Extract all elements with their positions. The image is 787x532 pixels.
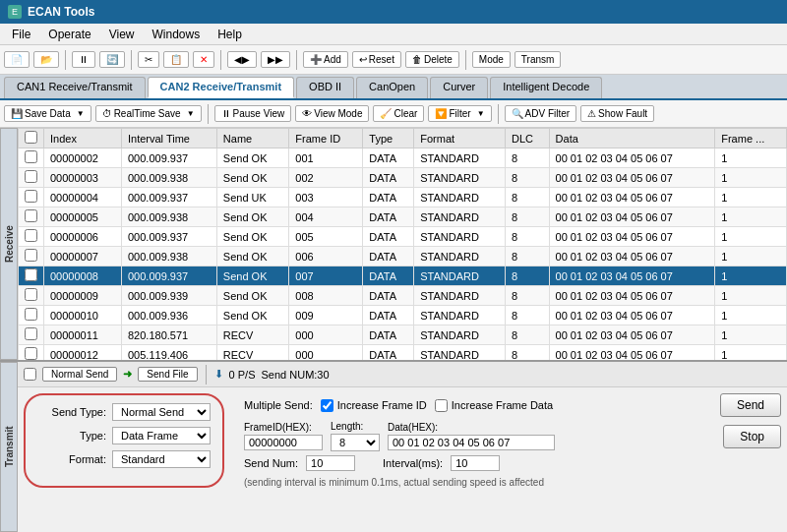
pause-btn[interactable]: ⏸ bbox=[72, 51, 95, 68]
row-format: STANDARD bbox=[414, 168, 506, 188]
mode-btn[interactable]: Mode bbox=[472, 51, 511, 68]
row-format: STANDARD bbox=[414, 345, 506, 361]
row-name: Send OK bbox=[216, 207, 288, 227]
transmit-toolbar: Normal Send ➜ Send File ⬇ 0 P/S Send NUM… bbox=[18, 362, 787, 387]
row-name: Send OK bbox=[216, 148, 288, 168]
increase-frame-id-checkbox[interactable] bbox=[321, 399, 333, 412]
format-label: Format: bbox=[37, 453, 106, 465]
row-check-cell bbox=[19, 247, 44, 266]
menu-windows[interactable]: Windows bbox=[145, 26, 209, 43]
table-row[interactable]: 00000007 000.009.938 Send OK 006 DATA ST… bbox=[19, 247, 787, 266]
table-row[interactable]: 00000006 000.009.937 Send OK 005 DATA ST… bbox=[19, 227, 787, 247]
send-file-btn[interactable]: Send File bbox=[138, 367, 197, 382]
realtime-save-btn[interactable]: ⏱ RealTime Save ▼ bbox=[95, 105, 202, 122]
format-select[interactable]: Standard bbox=[112, 450, 211, 468]
row-checkbox[interactable] bbox=[25, 288, 37, 301]
tab-can2[interactable]: CAN2 Receive/Transmit bbox=[148, 77, 295, 98]
row-checkbox[interactable] bbox=[25, 347, 37, 360]
row-interval: 000.009.937 bbox=[121, 227, 216, 247]
row-format: STANDARD bbox=[414, 266, 506, 286]
view-mode-btn[interactable]: 👁 View Mode bbox=[295, 105, 369, 122]
row-frame-id: 009 bbox=[289, 306, 363, 325]
app-title: ECAN Tools bbox=[28, 5, 94, 19]
adv-filter-btn[interactable]: 🔍 ADV Filter bbox=[505, 105, 577, 122]
tab-can1[interactable]: CAN1 Receive/Transmit bbox=[4, 77, 146, 98]
normal-send-checkbox[interactable] bbox=[24, 368, 36, 381]
move-btn[interactable]: ◀▶ bbox=[227, 51, 257, 68]
normal-send-btn[interactable]: Normal Send bbox=[42, 367, 117, 382]
increase-frame-id-label: Increase Frame ID bbox=[337, 399, 427, 411]
row-index: 00000008 bbox=[44, 266, 122, 286]
length-select[interactable]: 8 bbox=[331, 434, 380, 451]
table-row[interactable]: 00000009 000.009.939 Send OK 008 DATA ST… bbox=[19, 286, 787, 306]
tab-obd2[interactable]: OBD II bbox=[296, 77, 354, 98]
tab-curver[interactable]: Curver bbox=[430, 77, 488, 98]
row-dlc: 8 bbox=[505, 325, 549, 345]
open-btn[interactable]: 📂 bbox=[33, 51, 59, 68]
table-row[interactable]: 00000002 000.009.937 Send OK 001 DATA ST… bbox=[19, 148, 787, 168]
select-all-checkbox[interactable] bbox=[25, 131, 37, 144]
type-select[interactable]: Data Frame bbox=[112, 427, 211, 444]
send-button[interactable]: Send bbox=[720, 393, 781, 417]
row-index: 00000006 bbox=[44, 227, 122, 247]
interval-input[interactable]: 10 bbox=[451, 455, 500, 471]
stop-button[interactable]: Stop bbox=[723, 425, 781, 448]
row-checkbox[interactable] bbox=[25, 308, 37, 321]
note-text: (sending interval is minimum 0.1ms, actu… bbox=[244, 477, 781, 488]
tab-intelligent[interactable]: Intelligent Decode bbox=[490, 77, 602, 98]
reset-btn[interactable]: ↩ Reset bbox=[352, 51, 401, 68]
increase-frame-data-checkbox[interactable] bbox=[435, 399, 448, 412]
row-check-cell bbox=[19, 227, 44, 247]
row-check-cell bbox=[19, 148, 44, 168]
add-btn[interactable]: ➕ Add bbox=[303, 51, 348, 68]
new-btn[interactable]: 📄 bbox=[4, 51, 30, 68]
menu-view[interactable]: View bbox=[101, 26, 143, 43]
data-hex-input[interactable]: 00 01 02 03 04 05 06 07 bbox=[388, 435, 555, 450]
export-btn[interactable]: ▶▶ bbox=[261, 51, 290, 68]
transmit-area: Transmit Normal Send ➜ Send File ⬇ 0 P/S… bbox=[0, 360, 787, 532]
send-type-select[interactable]: Normal Send bbox=[112, 403, 211, 421]
table-row[interactable]: 00000008 000.009.937 Send OK 007 DATA ST… bbox=[19, 266, 787, 286]
table-row[interactable]: 00000011 820.180.571 RECV 000 DATA STAND… bbox=[19, 325, 787, 345]
row-data: 00 01 02 03 04 05 06 07 bbox=[549, 227, 715, 247]
cut-btn[interactable]: ✂ bbox=[138, 51, 159, 68]
clear-btn[interactable]: 🧹 Clear bbox=[373, 105, 424, 122]
row-checkbox[interactable] bbox=[25, 170, 37, 183]
row-frame: 1 bbox=[715, 345, 787, 361]
filter-btn[interactable]: 🔽 Filter ▼ bbox=[428, 105, 491, 122]
tab-canopen[interactable]: CanOpen bbox=[356, 77, 428, 98]
pause-view-btn[interactable]: ⏸ Pause View bbox=[214, 105, 292, 122]
data-table-container[interactable]: Index Interval Time Name Frame ID Type F… bbox=[18, 128, 787, 360]
row-checkbox[interactable] bbox=[25, 268, 37, 281]
row-checkbox[interactable] bbox=[25, 229, 37, 242]
row-checkbox[interactable] bbox=[25, 209, 37, 222]
transmit-content: Normal Send ➜ Send File ⬇ 0 P/S Send NUM… bbox=[18, 362, 787, 532]
delete-btn[interactable]: 🗑 Delete bbox=[405, 51, 459, 68]
menu-help[interactable]: Help bbox=[210, 26, 250, 43]
table-row[interactable]: 00000005 000.009.938 Send OK 004 DATA ST… bbox=[19, 207, 787, 227]
frame-id-input[interactable]: 00000000 bbox=[244, 435, 323, 450]
row-checkbox[interactable] bbox=[25, 249, 37, 262]
transm-btn[interactable]: Transm bbox=[515, 51, 562, 68]
row-checkbox[interactable] bbox=[25, 150, 37, 163]
send-num-input[interactable]: 10 bbox=[306, 455, 355, 471]
row-data: 00 01 02 03 04 05 06 07 bbox=[549, 266, 715, 286]
table-row[interactable]: 00000012 005.119.406 RECV 000 DATA STAND… bbox=[19, 345, 787, 361]
show-fault-btn[interactable]: ⚠ Show Fault bbox=[580, 105, 654, 122]
menu-operate[interactable]: Operate bbox=[40, 26, 98, 43]
row-index: 00000010 bbox=[44, 306, 122, 325]
save-data-btn[interactable]: 💾 Save Data ▼ bbox=[4, 105, 91, 122]
row-type: DATA bbox=[363, 168, 414, 188]
table-row[interactable]: 00000004 000.009.937 Send UK 003 DATA ST… bbox=[19, 188, 787, 207]
row-checkbox[interactable] bbox=[25, 190, 37, 203]
copy-btn[interactable]: 📋 bbox=[163, 51, 189, 68]
menu-file[interactable]: File bbox=[4, 26, 38, 43]
table-row[interactable]: 00000010 000.009.936 Send OK 009 DATA ST… bbox=[19, 306, 787, 325]
refresh-btn[interactable]: 🔄 bbox=[99, 51, 125, 68]
table-row[interactable]: 00000003 000.009.938 Send OK 002 DATA ST… bbox=[19, 168, 787, 188]
delete-red-icon: ✕ bbox=[200, 54, 208, 65]
row-checkbox[interactable] bbox=[25, 327, 37, 340]
sep5 bbox=[465, 50, 466, 70]
row-dlc: 8 bbox=[505, 207, 549, 227]
delete-red-btn[interactable]: ✕ bbox=[193, 51, 214, 68]
